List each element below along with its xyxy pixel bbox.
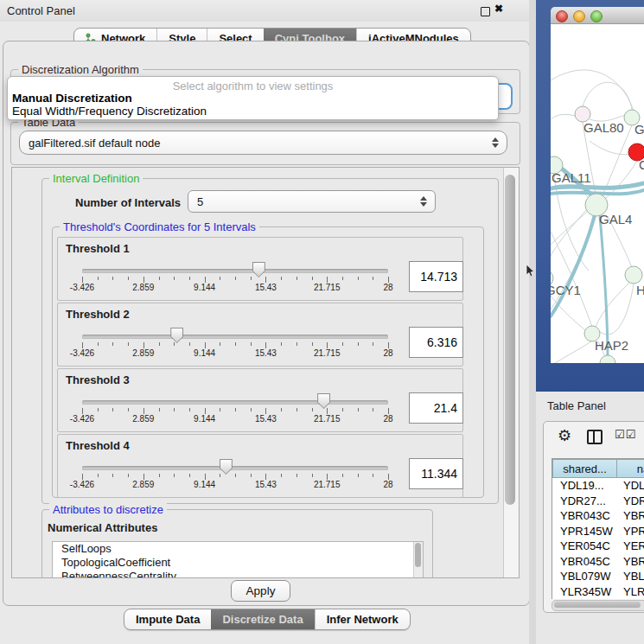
network-node[interactable] (625, 266, 642, 284)
network-edge[interactable] (551, 341, 592, 363)
slider-scale-label: 9.144 (186, 283, 224, 292)
table-hscrollbar-thumb[interactable] (554, 602, 641, 608)
table-panel: Table Panel ⚙ ☑☑ shared... na YDL19...YD… (536, 392, 644, 644)
popup-option-manual-discretization[interactable]: Manual Discretization (12, 92, 132, 105)
threshold-value-field[interactable]: 21.4 (409, 392, 463, 424)
slider-tick (235, 474, 236, 477)
interval-definition-group-title: Interval Definition (49, 172, 143, 185)
table-cell[interactable]: YBR0 (623, 554, 644, 570)
threshold-slider-thumb[interactable] (252, 262, 265, 277)
threshold-slider-track[interactable] (82, 466, 388, 470)
slider-tick (189, 342, 190, 346)
table-cell[interactable]: YER054C (560, 539, 610, 554)
network-edge[interactable] (583, 82, 632, 110)
float-window-icon[interactable] (481, 7, 490, 16)
slider-tick (373, 277, 373, 280)
attribute-list-item[interactable]: SelfLoops (53, 542, 423, 556)
table-cell[interactable]: YBL0 (623, 569, 644, 584)
column-header-name[interactable]: na (616, 459, 644, 478)
select-columns-icon[interactable]: ☑☑ (615, 428, 636, 441)
network-node-label: H (636, 283, 644, 297)
table-cell[interactable]: YDL1 (623, 478, 644, 494)
threshold-slider-track[interactable] (82, 335, 388, 339)
panel-divider[interactable] (529, 0, 536, 644)
settings-scroll-panel: Interval Definition Number of Intervals … (11, 167, 520, 578)
number-of-intervals-combobox[interactable]: 5 (188, 190, 436, 213)
table-hscrollbar[interactable] (552, 600, 644, 611)
numerical-attributes-list[interactable]: SelfLoopsTopologicalCoefficientBetweenne… (52, 541, 424, 578)
table-cell[interactable]: YER0 (623, 539, 644, 554)
tab-discretize-data[interactable]: Discretize Data (211, 609, 314, 629)
table-cell[interactable]: YPR1 (623, 524, 644, 539)
slider-tick (98, 342, 99, 346)
network-node[interactable] (600, 355, 615, 363)
slider-tick (373, 474, 373, 477)
table-cell[interactable]: YDL19... (560, 478, 604, 494)
slider-tick (112, 474, 113, 477)
table-cell[interactable]: YBL079W (560, 569, 611, 584)
minimize-traffic-light[interactable] (573, 10, 585, 22)
close-icon[interactable]: ✖ (494, 3, 503, 15)
network-edge[interactable] (551, 114, 575, 161)
slider-scale-label: 9.144 (186, 480, 224, 489)
table-cell[interactable]: YBR045C (560, 554, 610, 570)
network-window-titlebar[interactable] (551, 7, 644, 24)
table-data-combobox[interactable]: galFiltered.sif default node (19, 131, 507, 155)
table-cell[interactable]: YPR145W (560, 524, 613, 539)
node-table[interactable]: shared... na YDL19...YDL1YDR27...YDR2YBR… (552, 458, 644, 599)
threshold-slider-track[interactable] (82, 400, 388, 405)
apply-button[interactable]: Apply (231, 580, 290, 602)
threshold-slider-thumb[interactable] (220, 459, 233, 475)
table-cell[interactable]: YLR345W (560, 584, 611, 600)
table-cell[interactable]: YBR0 (623, 508, 644, 524)
slider-tick (112, 408, 113, 411)
table-cell[interactable]: YBR043C (560, 508, 610, 524)
algorithm-dropdown-popup: Select algorithm to view settings Manual… (7, 76, 499, 120)
slider-tick (189, 277, 190, 280)
slider-tick (82, 408, 83, 414)
tab-impute-data[interactable]: Impute Data (124, 609, 211, 629)
threshold-value-field[interactable]: 6.316 (409, 327, 463, 358)
table-panel-body: ⚙ ☑☑ shared... na YDL19...YDL1YDR27...YD… (543, 421, 644, 613)
network-edge[interactable] (551, 210, 586, 271)
slider-tick (174, 342, 175, 346)
slider-tick (327, 408, 328, 414)
number-of-intervals-label: Number of Intervals (75, 196, 181, 209)
slider-tick (174, 277, 175, 280)
popup-option-equal-width-frequency[interactable]: Equal Width/Frequency Discretization (12, 105, 207, 118)
threshold-slider-thumb[interactable] (170, 328, 183, 343)
threshold-slider-thumb[interactable] (317, 393, 330, 409)
threshold-value-field[interactable]: 11.344 (409, 458, 463, 489)
attribute-list-item[interactable]: BetweennessCentrality (53, 570, 423, 578)
settings-scrollbar-thumb[interactable] (505, 175, 515, 505)
threshold-value-field[interactable]: 14.713 (409, 261, 463, 292)
tab-impute-data-label: Impute Data (136, 613, 200, 626)
slider-scale-label: 2.859 (124, 414, 163, 424)
network-canvas[interactable]: GAL80GACGAL11GAL4GCY1HHAP2 (551, 24, 644, 363)
threshold-row: Threshold 2 6.316 -3.4262.8599.14415.432… (57, 303, 463, 367)
network-node-label: GAL11 (552, 170, 591, 185)
network-edge-thick[interactable] (551, 215, 595, 316)
slider-scale-label: -3.426 (63, 414, 101, 424)
table-cell[interactable]: YDR2 (623, 494, 644, 509)
attribute-list-item[interactable]: TopologicalCoefficient (53, 556, 423, 570)
zoom-traffic-light[interactable] (590, 10, 603, 22)
column-header-shared-name[interactable]: shared... (552, 459, 617, 478)
close-traffic-light[interactable] (556, 10, 568, 22)
tab-infer-network[interactable]: Infer Network (315, 609, 410, 629)
threshold-slider-track[interactable] (82, 269, 388, 273)
slider-tick (296, 474, 297, 477)
attributes-list-scrollbar-thumb[interactable] (415, 543, 421, 567)
network-edge[interactable] (551, 212, 587, 245)
split-columns-icon[interactable] (587, 430, 603, 444)
gear-icon[interactable]: ⚙ (558, 426, 571, 445)
slider-tick (265, 474, 266, 480)
network-edge[interactable] (551, 70, 634, 111)
slider-tick (220, 342, 220, 346)
slider-tick (220, 474, 220, 477)
table-data-combobox-value: galFiltered.sif default node (20, 137, 160, 150)
table-cell[interactable]: YLR3 (623, 584, 644, 600)
slider-tick (342, 277, 343, 280)
network-edge[interactable] (596, 282, 630, 327)
table-cell[interactable]: YDR27... (560, 494, 606, 509)
